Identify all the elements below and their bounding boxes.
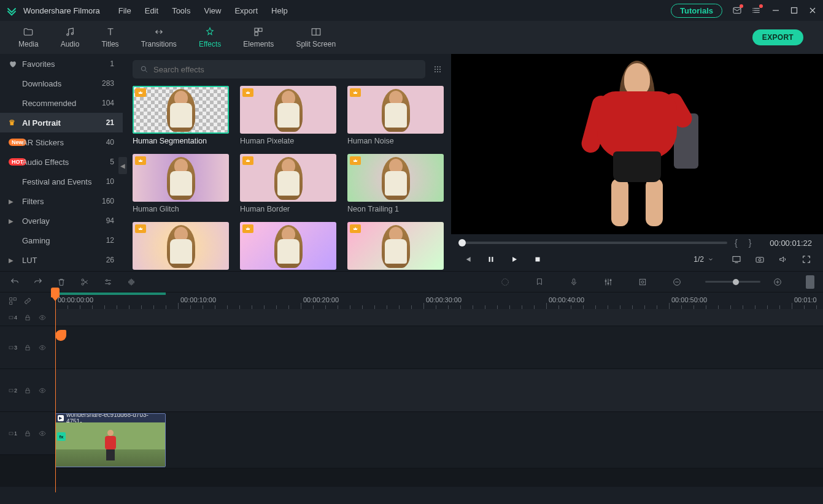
tab-elements[interactable]: Elements xyxy=(232,21,285,54)
sidebar-item-recommended[interactable]: Recommended104 xyxy=(0,93,123,113)
menu-tools[interactable]: Tools xyxy=(172,6,190,15)
tab-audio[interactable]: Audio xyxy=(50,21,91,54)
maximize-button[interactable] xyxy=(790,6,798,15)
volume-icon[interactable] xyxy=(778,254,789,265)
effect-item[interactable] xyxy=(240,222,336,271)
sidebar-item-ai-portrait[interactable]: ♛AI Portrait21 xyxy=(0,113,123,132)
mark-in-out[interactable]: {} xyxy=(735,238,762,248)
svg-rect-29 xyxy=(756,258,763,262)
zoom-out-icon[interactable] xyxy=(671,276,683,288)
search-box[interactable] xyxy=(133,60,425,78)
export-button[interactable]: EXPORT xyxy=(752,29,803,45)
effects-sidebar: Favorites1Downloads283Recommended104♛AI … xyxy=(0,54,123,271)
effect-human-segmentation[interactable]: Human Segmentation xyxy=(133,86,229,145)
track-type-icon: 1 xyxy=(9,429,17,438)
marker-blob[interactable] xyxy=(55,330,66,341)
lock-icon[interactable] xyxy=(23,313,32,322)
tab-effects[interactable]: Effects xyxy=(188,21,232,54)
audio-mixer-icon[interactable] xyxy=(602,276,614,288)
lock-icon[interactable] xyxy=(23,343,32,352)
timeline-ruler[interactable]: 00:00:00:0000:00:10:0000:00:20:0000:00:3… xyxy=(55,292,823,309)
tab-split-screen[interactable]: Split Screen xyxy=(285,21,347,54)
sidebar-item-festival-and-events[interactable]: Festival and Events10 xyxy=(0,172,123,191)
sidebar-item-audio-effects[interactable]: HOTAudio Effects5 xyxy=(0,152,123,172)
effect-neon-trailing-1[interactable]: Neon Trailing 1 xyxy=(347,154,444,213)
delete-icon[interactable] xyxy=(55,276,68,288)
sidebar-item-downloads[interactable]: Downloads283 xyxy=(0,74,123,93)
render-icon[interactable] xyxy=(499,276,511,288)
sidebar-item-ar-stickers[interactable]: NewAR Stickers40 xyxy=(0,132,123,152)
lock-icon[interactable] xyxy=(23,386,32,395)
manage-tracks-icon[interactable] xyxy=(9,297,17,305)
svg-rect-8 xyxy=(255,28,258,31)
adjust-icon[interactable] xyxy=(102,276,114,288)
record-voiceover-icon[interactable] xyxy=(568,276,580,288)
tab-transitions[interactable]: Transitions xyxy=(130,21,188,54)
menu-edit[interactable]: Edit xyxy=(145,6,158,15)
lock-icon[interactable] xyxy=(23,429,32,438)
effect-label: Human Segmentation xyxy=(133,137,229,145)
sidebar-item-overlay[interactable]: ▶Overlay94 xyxy=(0,211,123,231)
svg-rect-37 xyxy=(605,280,607,281)
effect-human-pixelate[interactable]: Human Pixelate xyxy=(240,86,336,145)
play-button[interactable] xyxy=(509,254,520,265)
close-button[interactable] xyxy=(808,6,817,15)
track-lane-3[interactable] xyxy=(55,326,823,369)
sidebar-item-lut[interactable]: ▶LUT26 xyxy=(0,250,123,270)
marker-icon[interactable] xyxy=(533,276,546,288)
stop-button[interactable] xyxy=(532,254,543,265)
list-icon[interactable] xyxy=(752,6,762,15)
zoom-handle[interactable] xyxy=(733,279,739,285)
visibility-icon[interactable] xyxy=(38,429,47,438)
preview-progress[interactable] xyxy=(462,242,727,244)
svg-point-35 xyxy=(502,278,509,285)
snapshot-icon[interactable] xyxy=(754,254,765,265)
sidebar-collapse-button[interactable]: ◀ xyxy=(118,157,127,174)
effect-item[interactable] xyxy=(347,222,444,271)
track-lane-4[interactable] xyxy=(55,309,823,326)
prev-frame-button[interactable] xyxy=(462,254,473,265)
visibility-icon[interactable] xyxy=(38,313,47,322)
effect-item[interactable] xyxy=(133,222,229,271)
menu-help[interactable]: Help xyxy=(271,6,288,15)
audio-wave-icon[interactable] xyxy=(125,276,137,288)
track-lane-1[interactable]: ▶wondershare-ec91dd68-d703-4751-fx xyxy=(55,412,823,468)
grid-view-icon[interactable] xyxy=(431,63,444,75)
tab-media[interactable]: Media xyxy=(7,21,50,54)
sidebar-item-gaming[interactable]: Gaming12 xyxy=(0,231,123,250)
visibility-icon[interactable] xyxy=(38,343,47,352)
tutorials-button[interactable]: Tutorials xyxy=(671,4,722,18)
zoom-slider[interactable] xyxy=(705,281,760,283)
track-lane-2[interactable] xyxy=(55,369,823,412)
play-pause-button[interactable] xyxy=(485,254,497,265)
redo-icon[interactable] xyxy=(32,276,44,288)
split-icon[interactable] xyxy=(79,276,91,288)
link-icon[interactable] xyxy=(23,297,32,305)
playhead[interactable] xyxy=(55,288,64,297)
visibility-icon[interactable] xyxy=(38,386,47,395)
zoom-fit-icon[interactable] xyxy=(806,275,814,289)
timeline-clip[interactable]: ▶wondershare-ec91dd68-d703-4751-fx xyxy=(55,413,166,467)
menu-export[interactable]: Export xyxy=(234,6,258,15)
sidebar-item-favorites[interactable]: Favorites1 xyxy=(0,54,123,74)
timeline-tracks: 4321 ▶wondershare-ec91dd68-d703-4751-fx xyxy=(0,309,823,487)
fullscreen-icon[interactable] xyxy=(801,254,812,265)
effect-human-noise[interactable]: Human Noise xyxy=(347,86,444,145)
crop-icon[interactable] xyxy=(636,276,649,288)
preview-quality-select[interactable]: 1/2 xyxy=(689,254,719,265)
svg-rect-49 xyxy=(10,302,12,304)
effect-human-glitch[interactable]: Human Glitch xyxy=(133,154,229,213)
minimize-button[interactable] xyxy=(771,6,780,15)
effect-human-border[interactable]: Human Border xyxy=(240,154,336,213)
menu-file[interactable]: File xyxy=(118,6,131,15)
progress-handle[interactable] xyxy=(458,239,466,246)
search-input[interactable] xyxy=(153,65,418,74)
zoom-in-icon[interactable] xyxy=(771,276,784,288)
message-icon[interactable] xyxy=(732,6,742,15)
display-icon[interactable] xyxy=(731,254,742,265)
menu-view[interactable]: View xyxy=(204,6,221,15)
undo-icon[interactable] xyxy=(9,276,21,288)
ruler-label: 00:00:10:00 xyxy=(180,296,216,304)
sidebar-item-filters[interactable]: ▶Filters160 xyxy=(0,191,123,211)
tab-titles[interactable]: Titles xyxy=(90,21,129,54)
